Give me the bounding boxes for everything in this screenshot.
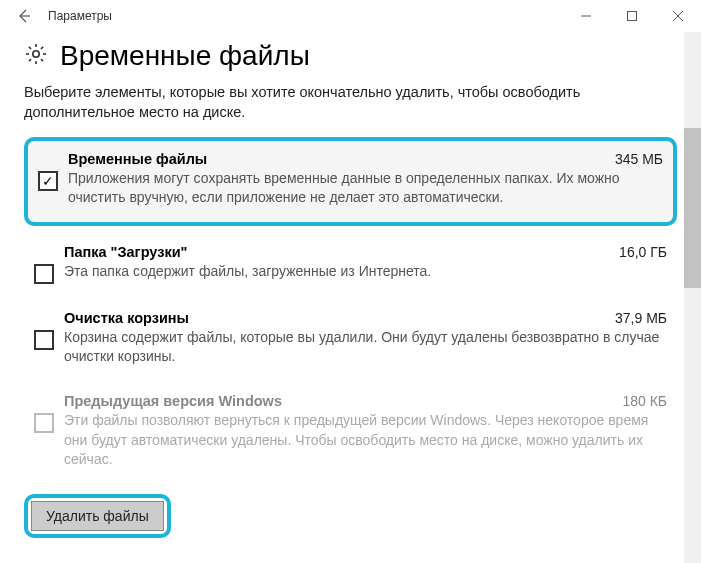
vertical-scrollbar[interactable] bbox=[684, 32, 701, 563]
maximize-icon bbox=[627, 11, 637, 21]
item-head: Очистка корзины37,9 МБ bbox=[64, 310, 667, 326]
item-size: 345 МБ bbox=[615, 151, 663, 167]
delete-button-highlight: Удалить файлы bbox=[24, 494, 171, 538]
maximize-button[interactable] bbox=[609, 0, 655, 32]
gear-icon bbox=[24, 42, 48, 70]
item-description: Приложения могут сохранять временные дан… bbox=[68, 169, 663, 208]
window-controls bbox=[563, 0, 701, 32]
item-body: Предыдущая версия Windows180 КБЭти файлы… bbox=[64, 393, 667, 470]
item-checkbox[interactable] bbox=[34, 330, 54, 350]
item-size: 37,9 МБ bbox=[615, 310, 667, 326]
content-area: Временные файлы Выберите элементы, котор… bbox=[0, 32, 701, 554]
item-size: 16,0 ГБ bbox=[619, 244, 667, 260]
svg-rect-0 bbox=[628, 12, 637, 21]
delete-files-button[interactable]: Удалить файлы bbox=[31, 501, 164, 531]
item-checkbox[interactable] bbox=[34, 264, 54, 284]
item-body: Очистка корзины37,9 МБКорзина содержит ф… bbox=[64, 310, 667, 367]
minimize-icon bbox=[581, 11, 591, 21]
storage-item: Временные файлы345 МБПриложения могут со… bbox=[24, 137, 677, 226]
minimize-button[interactable] bbox=[563, 0, 609, 32]
item-checkbox bbox=[34, 413, 54, 433]
item-size: 180 КБ bbox=[622, 393, 667, 409]
storage-item: Папка "Загрузки"16,0 ГБЭта папка содержи… bbox=[24, 236, 677, 292]
item-description: Эта папка содержит файлы, загруженные из… bbox=[64, 262, 667, 282]
items-list: Временные файлы345 МБПриложения могут со… bbox=[24, 137, 677, 478]
item-title: Очистка корзины bbox=[64, 310, 189, 326]
page-subheading: Выберите элементы, которые вы хотите око… bbox=[24, 82, 677, 123]
item-title: Папка "Загрузки" bbox=[64, 244, 187, 260]
page-header: Временные файлы bbox=[24, 40, 677, 72]
storage-item: Очистка корзины37,9 МБКорзина содержит ф… bbox=[24, 302, 677, 375]
item-description: Корзина содержит файлы, которые вы удали… bbox=[64, 328, 667, 367]
titlebar: Параметры bbox=[0, 0, 701, 32]
window-title: Параметры bbox=[40, 9, 112, 23]
back-button[interactable] bbox=[8, 8, 40, 24]
scrollbar-thumb[interactable] bbox=[684, 128, 701, 288]
back-arrow-icon bbox=[16, 8, 32, 24]
close-button[interactable] bbox=[655, 0, 701, 32]
item-head: Папка "Загрузки"16,0 ГБ bbox=[64, 244, 667, 260]
item-body: Временные файлы345 МБПриложения могут со… bbox=[68, 151, 663, 208]
item-description: Эти файлы позволяют вернуться к предыдущ… bbox=[64, 411, 667, 470]
item-head: Предыдущая версия Windows180 КБ bbox=[64, 393, 667, 409]
item-checkbox[interactable] bbox=[38, 171, 58, 191]
item-title: Предыдущая версия Windows bbox=[64, 393, 282, 409]
storage-item: Предыдущая версия Windows180 КБЭти файлы… bbox=[24, 385, 677, 478]
item-title: Временные файлы bbox=[68, 151, 207, 167]
close-icon bbox=[673, 11, 683, 21]
item-body: Папка "Загрузки"16,0 ГБЭта папка содержи… bbox=[64, 244, 667, 282]
svg-point-1 bbox=[33, 51, 39, 57]
page-title: Временные файлы bbox=[60, 40, 310, 72]
item-head: Временные файлы345 МБ bbox=[68, 151, 663, 167]
